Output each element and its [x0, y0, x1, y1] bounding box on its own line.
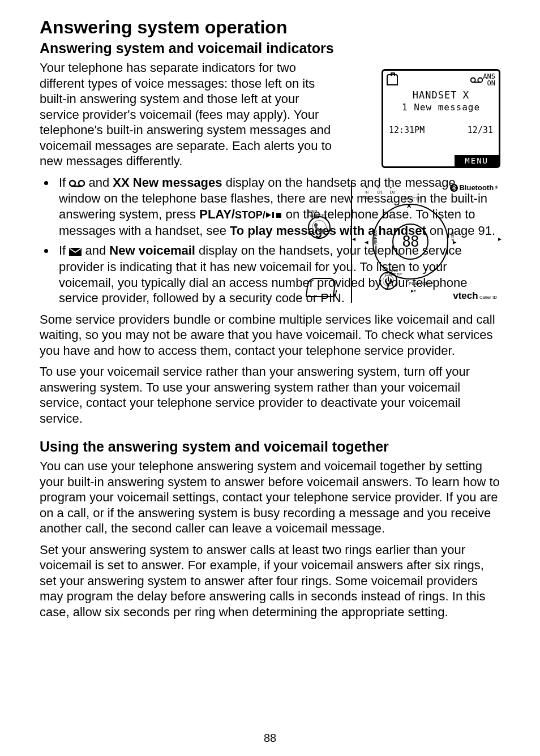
- play-stop-symbol-icon: ▸▪: [411, 287, 416, 294]
- power-button: ⏻: [379, 272, 397, 290]
- svg-rect-4: [272, 212, 274, 218]
- skip-arrow-icon: ▸: [453, 238, 457, 246]
- handset-label: HANDSET: [413, 89, 457, 101]
- tape-icon: ANS ON: [470, 73, 495, 87]
- svg-marker-3: [266, 212, 271, 218]
- svg-point-0: [70, 181, 75, 186]
- menu-softkey: MENU: [455, 155, 499, 166]
- play-stop-icon: [265, 207, 282, 223]
- paragraph-bundle: Some service providers bundle or combine…: [40, 312, 500, 359]
- base-station-figure: FIND HANDSET 📞 ●IN USE ●D1 ●D2 Bluetooth…: [308, 181, 500, 303]
- paragraph-together-1: You can use your telephone answering sys…: [40, 458, 500, 536]
- svg-point-8: [478, 78, 483, 82]
- intro-paragraph: Your telephone has separate indicators f…: [40, 60, 334, 169]
- left-nav-icon: ◂: [352, 235, 355, 243]
- tape-icon: [69, 175, 85, 191]
- svg-point-1: [79, 181, 84, 186]
- svg-point-7: [471, 78, 475, 82]
- svg-rect-5: [276, 213, 281, 218]
- play-stop-label: PLAY/STOP: [409, 282, 434, 286]
- brand-label: vtech Caller ID: [453, 290, 497, 302]
- d2-indicator: ●D2: [390, 184, 396, 200]
- handset-screen-figure: ANS ON HANDSET X 1 New message 12:31PM 1…: [382, 69, 500, 168]
- envelope-icon: [69, 244, 82, 260]
- clock-date: 12/31: [468, 125, 493, 135]
- section-heading-together: Using the answering system and voicemail…: [40, 439, 500, 455]
- control-wheel: 88: [372, 204, 448, 280]
- message-count-display: 88: [392, 224, 428, 260]
- page-title: Answering system operation: [40, 17, 500, 38]
- right-nav-icon: ▸: [498, 235, 502, 243]
- manual-page: Answering system operation Answering sys…: [0, 0, 540, 756]
- new-message-line: 1 New message: [383, 101, 499, 113]
- bluetooth-icon: [450, 184, 458, 192]
- ans-status-line2: ON: [483, 80, 495, 87]
- handset-cradle-icon: [306, 278, 337, 297]
- section-heading-indicators: Answering system and voicemail indicator…: [40, 40, 500, 57]
- page-number: 88: [0, 732, 540, 745]
- clock-time: 12:31PM: [389, 125, 425, 135]
- find-handset-button: 📞: [308, 216, 331, 239]
- handset-number: X: [462, 89, 469, 101]
- paragraph-together-2: Set your answering system to answer call…: [40, 542, 500, 620]
- delete-label: DELETE: [404, 197, 421, 201]
- paragraph-switch: To use your voicemail service rather tha…: [40, 364, 500, 426]
- d1-indicator: ●D1: [377, 184, 383, 200]
- battery-icon: [387, 74, 398, 85]
- bluetooth-label: Bluetooth®: [450, 183, 498, 192]
- in-use-indicator: ●IN USE: [363, 184, 370, 200]
- repeat-arrow-icon: ◂: [365, 238, 368, 246]
